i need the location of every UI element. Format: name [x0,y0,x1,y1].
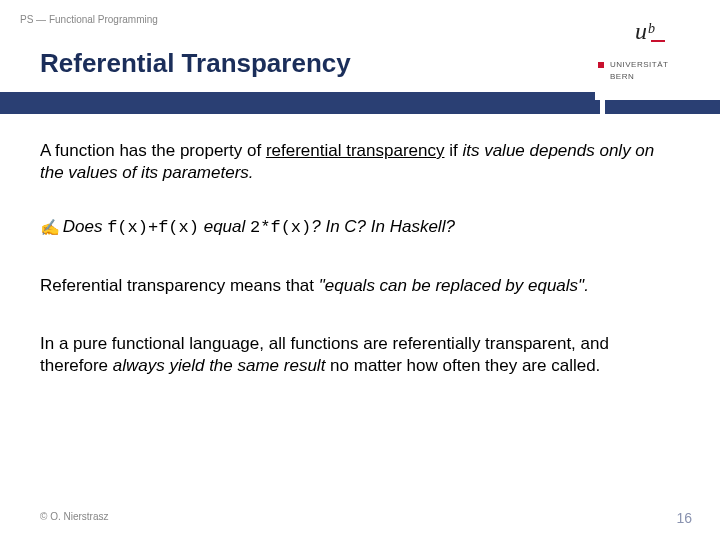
p3-emph: "equals can be replaced by equals". [319,276,589,295]
logo-b: b [648,21,655,37]
university-logo: ub UNIVERSITÄT BERN [595,0,720,100]
breadcrumb: PS — Functional Programming [20,14,158,25]
logo-u: u [635,18,647,45]
paragraph-4: In a pure functional language, all funct… [40,333,680,377]
logo-text-bern: BERN [610,72,634,81]
page-number: 16 [676,510,692,526]
p2-text-a: Does [63,217,107,236]
p1-term: referential transparency [266,141,445,160]
p3-text-a: Referential transparency means that [40,276,319,295]
p2-code-2: 2*f(x) [250,218,311,237]
logo-dot-icon [598,62,604,68]
paragraph-1: A function has the property of referenti… [40,140,680,184]
paragraph-2: ✍ Does f(x)+f(x) equal 2*f(x)? In C? In … [40,216,680,239]
p2-text-c: ? In C? In Haskell? [311,217,455,236]
p2-text-b: equal [199,217,250,236]
page-title: Referential Transparency [40,48,351,79]
slide-content: A function has the property of referenti… [40,140,680,378]
logo-text-universitat: UNIVERSITÄT [610,60,668,69]
p4-emph: always yield the same result [113,356,326,375]
p4-text-c: no matter how often they are called. [325,356,600,375]
p1-text-a: A function has the property of [40,141,266,160]
hand-icon: ✍ [40,218,58,239]
logo-underline-icon [651,40,665,42]
p2-code-1: f(x)+f(x) [107,218,199,237]
p1-text-c: if [444,141,462,160]
paragraph-3: Referential transparency means that "equ… [40,275,680,297]
footer-copyright: © O. Nierstrasz [40,511,109,522]
title-bar [0,92,600,114]
